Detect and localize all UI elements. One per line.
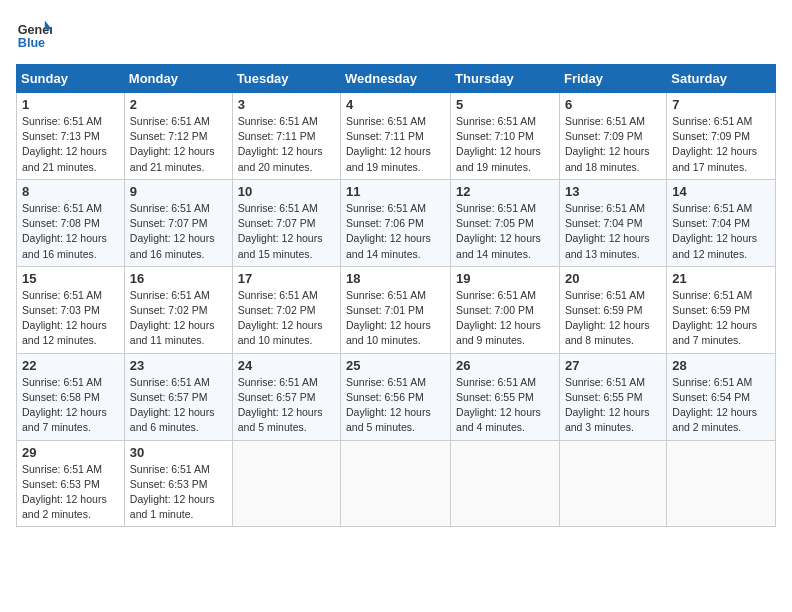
day-info: Sunrise: 6:51 AM Sunset: 7:04 PM Dayligh…: [672, 201, 770, 262]
day-info: Sunrise: 6:51 AM Sunset: 7:11 PM Dayligh…: [346, 114, 445, 175]
day-info: Sunrise: 6:51 AM Sunset: 7:07 PM Dayligh…: [238, 201, 335, 262]
day-number: 19: [456, 271, 554, 286]
day-info: Sunrise: 6:51 AM Sunset: 6:55 PM Dayligh…: [565, 375, 661, 436]
calendar-header-wednesday: Wednesday: [341, 65, 451, 93]
day-info: Sunrise: 6:51 AM Sunset: 6:59 PM Dayligh…: [672, 288, 770, 349]
day-info: Sunrise: 6:51 AM Sunset: 7:01 PM Dayligh…: [346, 288, 445, 349]
calendar-cell: [341, 440, 451, 527]
calendar-week-1: 1Sunrise: 6:51 AM Sunset: 7:13 PM Daylig…: [17, 93, 776, 180]
calendar-week-2: 8Sunrise: 6:51 AM Sunset: 7:08 PM Daylig…: [17, 179, 776, 266]
day-number: 26: [456, 358, 554, 373]
day-number: 18: [346, 271, 445, 286]
day-info: Sunrise: 6:51 AM Sunset: 7:13 PM Dayligh…: [22, 114, 119, 175]
day-number: 27: [565, 358, 661, 373]
day-info: Sunrise: 6:51 AM Sunset: 7:02 PM Dayligh…: [130, 288, 227, 349]
calendar-cell: 11Sunrise: 6:51 AM Sunset: 7:06 PM Dayli…: [341, 179, 451, 266]
calendar-cell: 26Sunrise: 6:51 AM Sunset: 6:55 PM Dayli…: [451, 353, 560, 440]
calendar-cell: 13Sunrise: 6:51 AM Sunset: 7:04 PM Dayli…: [559, 179, 666, 266]
calendar-cell: 17Sunrise: 6:51 AM Sunset: 7:02 PM Dayli…: [232, 266, 340, 353]
day-info: Sunrise: 6:51 AM Sunset: 7:03 PM Dayligh…: [22, 288, 119, 349]
day-number: 17: [238, 271, 335, 286]
day-number: 25: [346, 358, 445, 373]
day-number: 1: [22, 97, 119, 112]
day-number: 15: [22, 271, 119, 286]
day-info: Sunrise: 6:51 AM Sunset: 6:56 PM Dayligh…: [346, 375, 445, 436]
calendar-header-monday: Monday: [124, 65, 232, 93]
calendar-cell: 8Sunrise: 6:51 AM Sunset: 7:08 PM Daylig…: [17, 179, 125, 266]
day-info: Sunrise: 6:51 AM Sunset: 7:10 PM Dayligh…: [456, 114, 554, 175]
calendar-cell: 3Sunrise: 6:51 AM Sunset: 7:11 PM Daylig…: [232, 93, 340, 180]
day-number: 24: [238, 358, 335, 373]
day-info: Sunrise: 6:51 AM Sunset: 7:08 PM Dayligh…: [22, 201, 119, 262]
calendar-cell: 18Sunrise: 6:51 AM Sunset: 7:01 PM Dayli…: [341, 266, 451, 353]
day-info: Sunrise: 6:51 AM Sunset: 7:00 PM Dayligh…: [456, 288, 554, 349]
calendar-cell: 29Sunrise: 6:51 AM Sunset: 6:53 PM Dayli…: [17, 440, 125, 527]
day-number: 5: [456, 97, 554, 112]
calendar-cell: 27Sunrise: 6:51 AM Sunset: 6:55 PM Dayli…: [559, 353, 666, 440]
calendar-cell: 30Sunrise: 6:51 AM Sunset: 6:53 PM Dayli…: [124, 440, 232, 527]
day-number: 23: [130, 358, 227, 373]
day-number: 28: [672, 358, 770, 373]
calendar-cell: 2Sunrise: 6:51 AM Sunset: 7:12 PM Daylig…: [124, 93, 232, 180]
calendar-cell: [667, 440, 776, 527]
calendar-cell: 23Sunrise: 6:51 AM Sunset: 6:57 PM Dayli…: [124, 353, 232, 440]
calendar-cell: 14Sunrise: 6:51 AM Sunset: 7:04 PM Dayli…: [667, 179, 776, 266]
day-info: Sunrise: 6:51 AM Sunset: 6:53 PM Dayligh…: [130, 462, 227, 523]
day-info: Sunrise: 6:51 AM Sunset: 6:57 PM Dayligh…: [238, 375, 335, 436]
calendar-cell: 20Sunrise: 6:51 AM Sunset: 6:59 PM Dayli…: [559, 266, 666, 353]
day-info: Sunrise: 6:51 AM Sunset: 7:05 PM Dayligh…: [456, 201, 554, 262]
logo: General Blue: [16, 16, 52, 52]
calendar-cell: 12Sunrise: 6:51 AM Sunset: 7:05 PM Dayli…: [451, 179, 560, 266]
calendar-header-friday: Friday: [559, 65, 666, 93]
day-number: 21: [672, 271, 770, 286]
day-number: 2: [130, 97, 227, 112]
calendar-week-3: 15Sunrise: 6:51 AM Sunset: 7:03 PM Dayli…: [17, 266, 776, 353]
calendar-cell: 10Sunrise: 6:51 AM Sunset: 7:07 PM Dayli…: [232, 179, 340, 266]
calendar-cell: 6Sunrise: 6:51 AM Sunset: 7:09 PM Daylig…: [559, 93, 666, 180]
day-number: 29: [22, 445, 119, 460]
calendar-cell: [232, 440, 340, 527]
day-info: Sunrise: 6:51 AM Sunset: 7:09 PM Dayligh…: [565, 114, 661, 175]
day-info: Sunrise: 6:51 AM Sunset: 7:12 PM Dayligh…: [130, 114, 227, 175]
day-number: 6: [565, 97, 661, 112]
day-number: 7: [672, 97, 770, 112]
day-number: 13: [565, 184, 661, 199]
day-info: Sunrise: 6:51 AM Sunset: 6:57 PM Dayligh…: [130, 375, 227, 436]
day-number: 22: [22, 358, 119, 373]
day-number: 9: [130, 184, 227, 199]
day-number: 3: [238, 97, 335, 112]
calendar-cell: [559, 440, 666, 527]
calendar-cell: 15Sunrise: 6:51 AM Sunset: 7:03 PM Dayli…: [17, 266, 125, 353]
calendar-header-sunday: Sunday: [17, 65, 125, 93]
calendar-header-tuesday: Tuesday: [232, 65, 340, 93]
day-number: 12: [456, 184, 554, 199]
calendar-cell: 25Sunrise: 6:51 AM Sunset: 6:56 PM Dayli…: [341, 353, 451, 440]
calendar-cell: 7Sunrise: 6:51 AM Sunset: 7:09 PM Daylig…: [667, 93, 776, 180]
day-number: 4: [346, 97, 445, 112]
calendar-cell: 21Sunrise: 6:51 AM Sunset: 6:59 PM Dayli…: [667, 266, 776, 353]
calendar-cell: 1Sunrise: 6:51 AM Sunset: 7:13 PM Daylig…: [17, 93, 125, 180]
day-number: 16: [130, 271, 227, 286]
calendar-cell: 5Sunrise: 6:51 AM Sunset: 7:10 PM Daylig…: [451, 93, 560, 180]
day-number: 10: [238, 184, 335, 199]
day-number: 8: [22, 184, 119, 199]
calendar-week-5: 29Sunrise: 6:51 AM Sunset: 6:53 PM Dayli…: [17, 440, 776, 527]
day-info: Sunrise: 6:51 AM Sunset: 7:06 PM Dayligh…: [346, 201, 445, 262]
svg-text:Blue: Blue: [18, 36, 45, 50]
calendar-cell: [451, 440, 560, 527]
calendar-cell: 19Sunrise: 6:51 AM Sunset: 7:00 PM Dayli…: [451, 266, 560, 353]
calendar-body: 1Sunrise: 6:51 AM Sunset: 7:13 PM Daylig…: [17, 93, 776, 527]
day-info: Sunrise: 6:51 AM Sunset: 7:02 PM Dayligh…: [238, 288, 335, 349]
calendar-cell: 4Sunrise: 6:51 AM Sunset: 7:11 PM Daylig…: [341, 93, 451, 180]
calendar-cell: 9Sunrise: 6:51 AM Sunset: 7:07 PM Daylig…: [124, 179, 232, 266]
calendar-header-row: SundayMondayTuesdayWednesdayThursdayFrid…: [17, 65, 776, 93]
calendar-cell: 22Sunrise: 6:51 AM Sunset: 6:58 PM Dayli…: [17, 353, 125, 440]
day-info: Sunrise: 6:51 AM Sunset: 7:09 PM Dayligh…: [672, 114, 770, 175]
logo-icon: General Blue: [16, 16, 52, 52]
day-info: Sunrise: 6:51 AM Sunset: 6:53 PM Dayligh…: [22, 462, 119, 523]
day-number: 14: [672, 184, 770, 199]
day-info: Sunrise: 6:51 AM Sunset: 7:11 PM Dayligh…: [238, 114, 335, 175]
day-info: Sunrise: 6:51 AM Sunset: 6:58 PM Dayligh…: [22, 375, 119, 436]
day-number: 11: [346, 184, 445, 199]
calendar-cell: 16Sunrise: 6:51 AM Sunset: 7:02 PM Dayli…: [124, 266, 232, 353]
